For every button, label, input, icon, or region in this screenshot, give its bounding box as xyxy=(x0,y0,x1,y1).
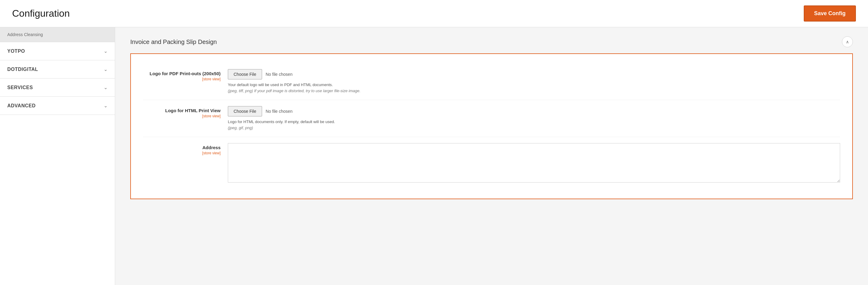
sidebar-nav-label-dotdigital: DOTDIGITAL xyxy=(7,67,38,72)
logo-pdf-store-view: [store view] xyxy=(143,77,221,81)
invoice-form-panel: Logo for PDF Print-outs (200x50) [store … xyxy=(130,53,853,199)
field-col-logo-pdf: Choose File No file chosen Your default … xyxy=(228,69,840,94)
sidebar-item-dotdigital[interactable]: DOTDIGITAL ⌄ xyxy=(0,60,115,79)
logo-html-hint: Logo for HTML documents only. If empty, … xyxy=(228,119,840,131)
no-file-text-html: No file chosen xyxy=(266,109,293,114)
section-title: Invoice and Packing Slip Design xyxy=(130,38,217,46)
page-wrapper: Configuration Save Config Address Cleans… xyxy=(0,0,868,285)
address-store-view: [store view] xyxy=(143,151,221,155)
choose-file-html-button[interactable]: Choose File xyxy=(228,106,262,116)
logo-pdf-hint: Your default logo will be used in PDF an… xyxy=(228,82,840,94)
sidebar-item-address-cleansing: Address Cleansing xyxy=(0,27,115,42)
chevron-down-icon-yotpo: ⌄ xyxy=(104,48,107,54)
chevron-down-icon-advanced: ⌄ xyxy=(104,103,107,109)
sidebar-nav-label-services: SERVICES xyxy=(7,85,33,90)
label-col-logo-pdf: Logo for PDF Print-outs (200x50) [store … xyxy=(143,69,228,81)
field-col-address xyxy=(228,143,840,183)
chevron-down-icon-services: ⌄ xyxy=(104,85,107,90)
main-content: Invoice and Packing Slip Design ∧ Logo f… xyxy=(115,27,868,285)
sidebar-nav-label-yotpo: YOTPO xyxy=(7,49,25,54)
sidebar-item-advanced[interactable]: ADVANCED ⌄ xyxy=(0,97,115,115)
page-header: Configuration Save Config xyxy=(0,0,868,27)
form-row-logo-html: Logo for HTML Print View [store view] Ch… xyxy=(143,100,840,137)
logo-html-store-view: [store view] xyxy=(143,114,221,118)
section-header: Invoice and Packing Slip Design ∧ xyxy=(130,36,853,47)
no-file-text-pdf: No file chosen xyxy=(266,72,293,77)
form-row-logo-pdf: Logo for PDF Print-outs (200x50) [store … xyxy=(143,63,840,100)
logo-pdf-label: Logo for PDF Print-outs (200x50) xyxy=(143,71,221,76)
file-input-row-html: Choose File No file chosen xyxy=(228,106,840,116)
chevron-down-icon-dotdigital: ⌄ xyxy=(104,66,107,72)
collapse-icon[interactable]: ∧ xyxy=(842,36,853,47)
address-label: Address xyxy=(143,145,221,150)
save-config-button[interactable]: Save Config xyxy=(804,5,856,22)
sidebar-item-yotpo[interactable]: YOTPO ⌄ xyxy=(0,42,115,60)
file-input-row-pdf: Choose File No file chosen xyxy=(228,69,840,80)
address-textarea[interactable] xyxy=(228,143,840,182)
logo-html-label: Logo for HTML Print View xyxy=(143,108,221,113)
choose-file-pdf-button[interactable]: Choose File xyxy=(228,69,262,80)
page-body: Address Cleansing YOTPO ⌄ DOTDIGITAL ⌄ S… xyxy=(0,27,868,285)
sidebar-item-services[interactable]: SERVICES ⌄ xyxy=(0,79,115,97)
form-row-address: Address [store view] xyxy=(143,137,840,190)
label-col-logo-html: Logo for HTML Print View [store view] xyxy=(143,106,228,118)
field-col-logo-html: Choose File No file chosen Logo for HTML… xyxy=(228,106,840,131)
sidebar-nav-label-advanced: ADVANCED xyxy=(7,103,35,109)
sidebar: Address Cleansing YOTPO ⌄ DOTDIGITAL ⌄ S… xyxy=(0,27,115,285)
label-col-address: Address [store view] xyxy=(143,143,228,155)
page-title: Configuration xyxy=(12,8,70,19)
